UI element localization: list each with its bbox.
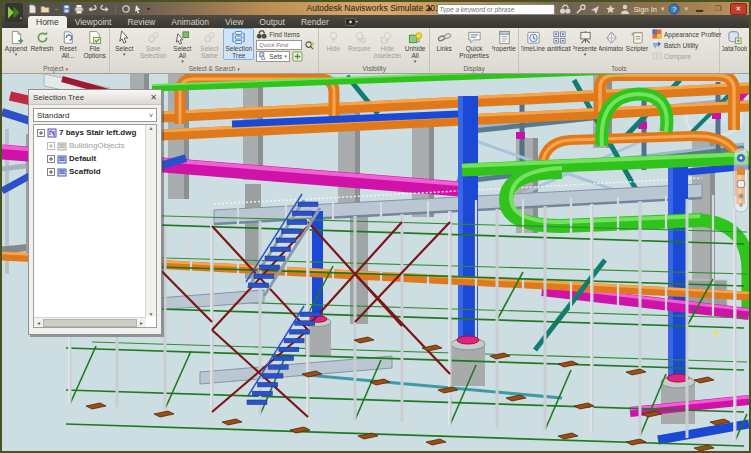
quick-find-input[interactable] <box>256 40 302 50</box>
refresh-button[interactable]: Refresh <box>29 28 55 53</box>
expand-icon[interactable] <box>47 142 55 150</box>
maximize-button[interactable]: ❒ <box>711 4 726 14</box>
new-file-icon[interactable] <box>28 4 37 14</box>
help-dropdown-icon[interactable]: ▾ <box>684 5 688 13</box>
orbit-icon[interactable] <box>737 180 745 188</box>
redo-icon[interactable] <box>100 4 110 14</box>
quantification-button[interactable]: Quantification <box>546 28 572 53</box>
scripter-button[interactable]: Scripter <box>624 28 650 53</box>
print-icon[interactable] <box>74 4 84 14</box>
selection-tree-panel: Selection Tree ✕ Standard ˅ 7 bays Stair… <box>28 89 162 335</box>
panel-close-icon[interactable]: ✕ <box>150 93 157 102</box>
refresh-small-icon[interactable] <box>121 4 131 14</box>
look-icon[interactable] <box>739 203 743 207</box>
save-icon[interactable] <box>62 4 71 14</box>
selection-tree-view[interactable]: 7 bays Stair left.dwg BuildingObjects De… <box>33 124 157 328</box>
tab-home[interactable]: Home <box>28 16 67 28</box>
wrench-icon[interactable] <box>575 4 586 15</box>
user-icon <box>620 4 630 15</box>
expand-icon[interactable] <box>47 168 55 176</box>
app-menu-button[interactable] <box>5 3 23 22</box>
timeliner-icon <box>526 30 541 45</box>
title-bar: Autodesk Navisworks Simulate 2014 Sign I… <box>2 2 749 15</box>
selection-tree-icon <box>231 30 246 45</box>
qat-dropdown-icon[interactable] <box>145 4 152 14</box>
tree-mode-dropdown[interactable]: Standard ˅ <box>33 108 157 122</box>
dropdown-arrow-icon: ▾ <box>15 52 18 56</box>
batch-utility-button[interactable]: Batch Utility <box>652 40 721 50</box>
model-viewport[interactable]: Selection Tree ✕ Standard ˅ 7 bays Stair… <box>2 74 749 452</box>
presenter-button[interactable]: Presenter▾ <box>572 28 598 57</box>
tree-node-scaffold[interactable]: Scaffold <box>34 165 146 178</box>
selection-tree-titlebar[interactable]: Selection Tree ✕ <box>29 90 161 105</box>
search-binoculars-icon[interactable] <box>559 3 571 15</box>
tab-viewpoint[interactable]: Viewpoint <box>67 16 120 28</box>
datatools-button[interactable]: DataTools <box>721 28 748 53</box>
hide-icon <box>326 30 341 45</box>
ribbon-group-visibility: Hide Require Hide Unselected Unhide All▾… <box>319 28 430 73</box>
tree-node-default[interactable]: Default <box>34 152 146 165</box>
selection-tree-button[interactable]: Selection Tree <box>223 28 254 60</box>
select-search-group-label[interactable]: Select & Search▾ <box>111 64 317 73</box>
keyword-search-input[interactable] <box>437 4 555 15</box>
ribbon-group-datatools: DataTools <box>720 28 749 73</box>
scroll-right-icon[interactable]: ► <box>139 320 144 326</box>
tab-render[interactable]: Render <box>293 16 337 28</box>
appearance-profiler-button[interactable]: Appearance Profiler <box>652 29 721 39</box>
tools-extra-column: Appearance Profiler Batch Utility Compar… <box>650 28 723 62</box>
select-button[interactable]: Select▾ <box>111 28 137 57</box>
links-label: Links <box>437 45 452 52</box>
select-small-icon[interactable] <box>134 4 142 14</box>
properties-button[interactable]: Properties <box>491 28 517 53</box>
quick-properties-label: Quick Properties <box>459 45 489 59</box>
quick-find-icon[interactable] <box>304 40 315 51</box>
share-icon[interactable] <box>590 4 601 15</box>
search-expand-icon[interactable] <box>427 5 433 13</box>
scroll-left-icon[interactable]: ◄ <box>36 320 41 326</box>
tab-view[interactable]: View <box>217 16 251 28</box>
scroll-down-icon[interactable]: ▼ <box>149 311 154 317</box>
tree-horizontal-scrollbar[interactable]: ◄► <box>34 317 146 327</box>
undo-icon[interactable] <box>87 4 97 14</box>
tree-node-buildingobjects[interactable]: BuildingObjects <box>34 139 146 152</box>
signin-dropdown-icon[interactable]: ▾ <box>661 5 665 13</box>
appearance-profiler-icon <box>652 29 662 39</box>
zoom-icon[interactable] <box>739 194 744 199</box>
unhide-all-button[interactable]: Unhide All▾ <box>402 28 428 64</box>
quick-properties-button[interactable]: Quick Properties <box>457 28 491 60</box>
find-items-label: Find Items <box>269 31 299 38</box>
minimize-button[interactable]: ▬ <box>692 4 707 14</box>
animator-button[interactable]: Animator <box>598 28 624 53</box>
star-icon[interactable] <box>605 4 616 15</box>
ribbon-display-toggle[interactable] <box>345 18 359 26</box>
pan-icon[interactable] <box>737 167 745 175</box>
help-icon[interactable]: ? <box>668 3 680 15</box>
tab-animation[interactable]: Animation <box>163 16 217 28</box>
expand-icon[interactable] <box>37 129 45 137</box>
tab-review[interactable]: Review <box>119 16 163 28</box>
visibility-group-label: Visibility <box>320 64 428 73</box>
close-button[interactable]: ✕ <box>730 3 747 15</box>
refresh-label: Refresh <box>31 45 54 52</box>
require-button: Require <box>346 28 372 53</box>
scrollbar-thumb[interactable] <box>43 319 137 327</box>
timeliner-button[interactable]: TimeLiner <box>520 28 546 53</box>
reset-all-button[interactable]: Reset All... <box>55 28 81 60</box>
open-file-icon[interactable] <box>40 4 51 14</box>
scroll-up-icon[interactable]: ▲ <box>149 125 154 131</box>
file-options-button[interactable]: File Options <box>81 28 108 60</box>
expand-icon[interactable] <box>47 155 55 163</box>
append-button[interactable]: Append▾ <box>3 28 29 57</box>
ribbon-group-tools: TimeLiner Quantification Presenter▾ Anim… <box>519 28 720 73</box>
manage-sets-icon[interactable] <box>292 51 303 62</box>
sign-in-button[interactable]: Sign In <box>634 5 657 14</box>
tree-vertical-scrollbar[interactable]: ▲▼ <box>145 125 156 317</box>
sets-dropdown[interactable]: Sets ▾ <box>256 51 290 62</box>
find-items-button[interactable]: Find Items <box>256 29 315 39</box>
tab-output[interactable]: Output <box>251 16 293 28</box>
links-button[interactable]: Links <box>431 28 457 53</box>
select-all-button[interactable]: Select All▾ <box>169 28 195 64</box>
tree-node-root[interactable]: 7 bays Stair left.dwg <box>34 126 146 139</box>
project-group-label[interactable]: Project▾ <box>3 64 108 73</box>
tree-node-label: Default <box>69 154 96 163</box>
